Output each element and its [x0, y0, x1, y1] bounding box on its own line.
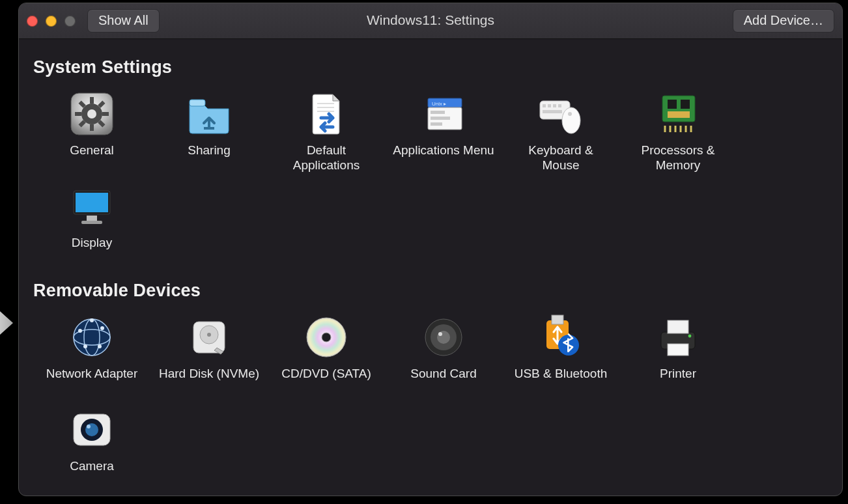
- svg-point-72: [87, 425, 91, 428]
- parent-window-arrow-icon: [0, 311, 13, 335]
- optical-disc-icon: [302, 313, 351, 362]
- svg-rect-19: [431, 111, 445, 114]
- sharing-folder-icon: [184, 89, 234, 139]
- cpu-ram-icon: [653, 89, 703, 139]
- svg-rect-12: [204, 127, 214, 130]
- section-header-removable: Removable Devices: [33, 281, 828, 301]
- minimize-window-button[interactable]: [46, 16, 57, 27]
- svg-rect-63: [552, 315, 563, 324]
- svg-point-29: [568, 112, 572, 116]
- add-device-button[interactable]: Add Device…: [733, 9, 834, 33]
- item-label: Hard Disk (NVMe): [159, 366, 259, 396]
- item-label: Camera: [70, 458, 114, 488]
- section-system-grid: General Sharing: [33, 84, 828, 269]
- svg-point-48: [78, 329, 82, 333]
- display-monitor-icon: [67, 182, 117, 231]
- item-keyboard-mouse[interactable]: Keyboard & Mouse: [502, 84, 619, 176]
- item-label: Display: [72, 235, 112, 265]
- item-label: Keyboard & Mouse: [509, 143, 613, 173]
- item-display[interactable]: Display: [33, 176, 150, 269]
- item-camera[interactable]: Camera: [33, 400, 150, 492]
- svg-rect-41: [76, 193, 108, 212]
- printer-icon: [653, 313, 703, 362]
- svg-rect-66: [668, 320, 688, 333]
- item-label: Network Adapter: [46, 366, 137, 396]
- applications-menu-icon: Unix ▸: [419, 89, 468, 139]
- item-usb-bluetooth[interactable]: USB & Bluetooth: [502, 307, 619, 400]
- item-hard-disk[interactable]: Hard Disk (NVMe): [150, 307, 268, 400]
- hard-disk-icon: [184, 313, 234, 362]
- show-all-button[interactable]: Show All: [87, 9, 160, 33]
- item-sharing[interactable]: Sharing: [150, 84, 268, 176]
- svg-point-28: [562, 107, 580, 133]
- svg-rect-26: [558, 104, 561, 107]
- item-label: Processors & Memory: [626, 143, 730, 173]
- item-processors-memory[interactable]: Processors & Memory: [619, 84, 737, 176]
- svg-point-49: [100, 326, 104, 330]
- svg-rect-27: [543, 110, 562, 113]
- svg-point-10: [87, 109, 96, 119]
- settings-window: Show All Windows11: Settings Add Device……: [18, 3, 843, 496]
- svg-rect-4: [75, 112, 81, 116]
- item-sound-card[interactable]: Sound Card: [385, 307, 502, 400]
- item-label: Sharing: [188, 143, 231, 173]
- network-globe-icon: [67, 313, 117, 362]
- camera-icon: [67, 405, 117, 455]
- svg-rect-24: [548, 104, 551, 107]
- svg-point-68: [688, 335, 692, 338]
- svg-rect-5: [102, 112, 109, 116]
- svg-rect-42: [87, 216, 97, 221]
- item-label: USB & Bluetooth: [515, 366, 608, 396]
- svg-point-51: [83, 344, 87, 348]
- item-label: Printer: [660, 366, 696, 396]
- svg-rect-67: [668, 344, 688, 356]
- item-label: Default Applications: [274, 143, 378, 173]
- svg-rect-32: [681, 100, 690, 109]
- svg-rect-2: [90, 97, 94, 104]
- default-apps-icon: [302, 89, 351, 139]
- fullscreen-window-button[interactable]: [64, 16, 76, 27]
- window-controls: [27, 16, 76, 27]
- svg-point-57: [322, 333, 331, 342]
- section-header-system: System Settings: [33, 57, 828, 77]
- window-toolbar: Show All Windows11: Settings Add Device…: [19, 3, 842, 39]
- svg-rect-25: [553, 104, 556, 107]
- close-window-button[interactable]: [27, 16, 38, 27]
- svg-point-61: [438, 332, 442, 336]
- svg-point-50: [98, 344, 102, 348]
- svg-rect-43: [81, 221, 102, 224]
- item-label: Applications Menu: [393, 143, 494, 173]
- section-removable-grid: Network Adapter Hard Disk (NVMe): [33, 307, 828, 492]
- svg-point-52: [90, 318, 94, 322]
- item-general[interactable]: General: [33, 84, 150, 176]
- speaker-icon: [419, 313, 468, 362]
- svg-rect-11: [190, 100, 205, 106]
- item-label: CD/DVD (SATA): [281, 366, 371, 396]
- svg-rect-3: [90, 124, 94, 131]
- keyboard-mouse-icon: [536, 89, 586, 139]
- item-printer[interactable]: Printer: [619, 307, 737, 400]
- svg-rect-23: [543, 104, 546, 107]
- item-applications-menu[interactable]: Unix ▸ Applications Menu: [385, 84, 502, 176]
- settings-content: System Settings: [19, 39, 842, 496]
- usb-bluetooth-icon: [536, 313, 586, 362]
- gear-tile-icon: [67, 89, 117, 139]
- svg-rect-33: [668, 111, 690, 118]
- item-network-adapter[interactable]: Network Adapter: [33, 307, 150, 400]
- svg-text:Unix ▸: Unix ▸: [432, 101, 446, 107]
- item-label: General: [70, 143, 114, 173]
- svg-point-55: [207, 333, 211, 337]
- svg-rect-31: [668, 100, 677, 109]
- item-label: Sound Card: [410, 366, 476, 396]
- svg-rect-21: [431, 122, 442, 126]
- svg-rect-20: [431, 117, 450, 120]
- item-cd-dvd[interactable]: CD/DVD (SATA): [268, 307, 385, 400]
- item-default-applications[interactable]: Default Applications: [268, 84, 385, 176]
